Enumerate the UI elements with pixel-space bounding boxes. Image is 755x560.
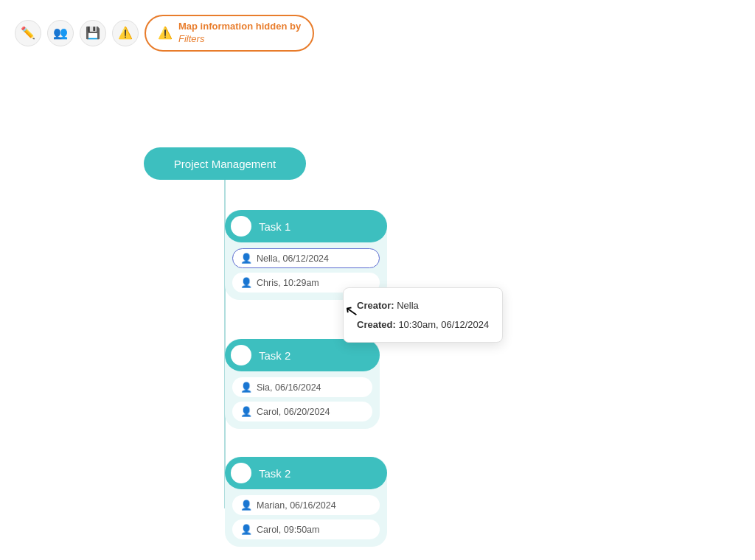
task-2b-label: Task 2 — [259, 467, 290, 480]
task-1-circle — [231, 216, 251, 237]
task-2b-items: 👤 Marian, 06/16/2024 👤 Carol, 09:50am — [225, 489, 387, 547]
tooltip-creator-row: Creator: Nella — [357, 298, 489, 313]
task-2a-item-0[interactable]: 👤 Sia, 06/16/2024 — [232, 377, 372, 397]
tooltip-created-value: 10:30am, 06/12/2024 — [398, 319, 489, 330]
task-2b-item-0-text: Marian, 06/16/2024 — [257, 500, 336, 511]
edit-button[interactable]: ✏️ — [15, 20, 41, 46]
person-icon-5: 👤 — [240, 524, 252, 535]
warning-icon: ⚠️ — [118, 26, 133, 40]
task-2b-item-1-text: Carol, 09:50am — [257, 525, 319, 535]
users-button[interactable]: 👥 — [47, 20, 74, 46]
mindmap-area: Project Management Task 1 👤 Nella, 06/12… — [0, 96, 755, 560]
task-1-item-1-text: Chris, 10:29am — [257, 278, 319, 288]
tooltip-creator-label: Creator: — [357, 300, 394, 311]
tooltip-created-label: Created: — [357, 319, 396, 330]
task-1-item-0[interactable]: 👤 Nella, 06/12/2024 — [232, 248, 380, 268]
task-2a-label: Task 2 — [259, 349, 290, 362]
person-icon-2: 👤 — [240, 382, 252, 393]
tooltip: Creator: Nella Created: 10:30am, 06/12/2… — [343, 287, 503, 343]
task-2a-items: 👤 Sia, 06/16/2024 👤 Carol, 06/20/2024 — [225, 371, 380, 429]
save-button[interactable]: 💾 — [80, 20, 106, 46]
task-1-label: Task 1 — [259, 220, 290, 233]
task-card-2[interactable]: Task 2 👤 Sia, 06/16/2024 👤 Carol, 06/20/… — [225, 339, 380, 429]
filter-badge[interactable]: ⚠️ Map information hidden by Filters — [145, 15, 314, 52]
warning-button[interactable]: ⚠️ — [112, 20, 139, 46]
toolbar: ✏️ 👥 💾 ⚠️ ⚠️ Map information hidden by F… — [15, 15, 314, 52]
task-2a-item-1-text: Carol, 06/20/2024 — [257, 407, 330, 417]
save-icon: 💾 — [86, 26, 100, 40]
tooltip-creator-value: Nella — [397, 300, 419, 311]
task-2b-circle — [231, 463, 251, 483]
users-icon: 👥 — [53, 26, 68, 40]
person-icon-0: 👤 — [240, 253, 252, 264]
person-icon-1: 👤 — [240, 277, 252, 288]
task-2b-header[interactable]: Task 2 — [225, 457, 387, 489]
filter-badge-text: Map information hidden by Filters — [178, 21, 301, 46]
task-1-header[interactable]: Task 1 — [225, 210, 387, 242]
task-2a-item-0-text: Sia, 06/16/2024 — [257, 382, 321, 393]
person-icon-3: 👤 — [240, 406, 252, 417]
task-2a-item-1[interactable]: 👤 Carol, 06/20/2024 — [232, 402, 372, 421]
task-1-item-0-text: Nella, 06/12/2024 — [257, 253, 329, 264]
edit-icon: ✏️ — [21, 26, 35, 40]
task-2b-item-0[interactable]: 👤 Marian, 06/16/2024 — [232, 495, 380, 515]
filter-warning-icon: ⚠️ — [158, 26, 173, 40]
root-node[interactable]: Project Management — [144, 147, 306, 180]
task-card-3[interactable]: Task 2 👤 Marian, 06/16/2024 👤 Carol, 09:… — [225, 457, 387, 547]
task-card-1[interactable]: Task 1 👤 Nella, 06/12/2024 👤 Chris, 10:2… — [225, 210, 387, 300]
task-2a-header[interactable]: Task 2 — [225, 339, 380, 371]
task-2b-item-1[interactable]: 👤 Carol, 09:50am — [232, 519, 380, 539]
tooltip-created-row: Created: 10:30am, 06/12/2024 — [357, 318, 489, 332]
person-icon-4: 👤 — [240, 500, 252, 511]
task-2a-circle — [231, 345, 251, 365]
